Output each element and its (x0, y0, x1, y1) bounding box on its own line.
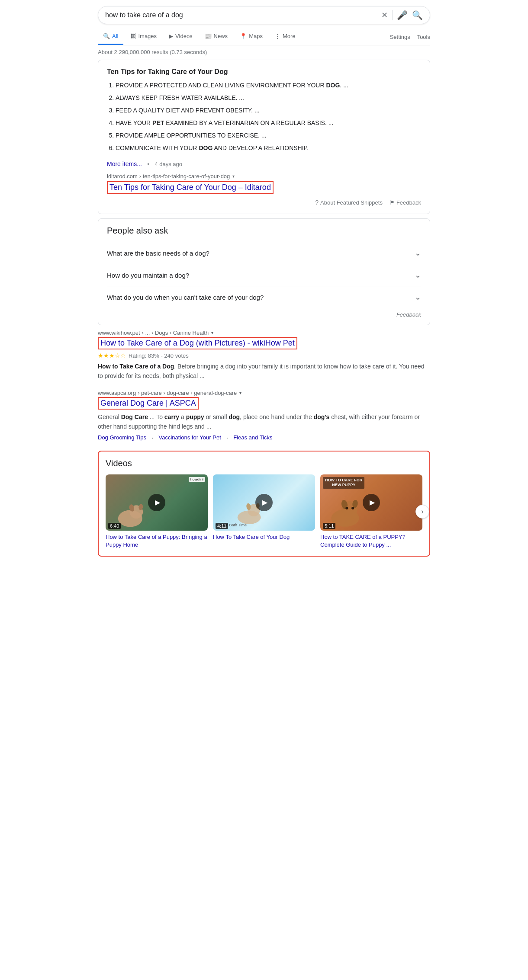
chevron-down-icon-2: ⌄ (415, 270, 421, 280)
play-icon-3: ▶ (370, 498, 375, 506)
aspca-title: General Dog Care | ASPCA (98, 397, 430, 410)
video-thumb-1: howdini ▶ 6:40 (106, 474, 208, 531)
vid3-duration: 5:11 (323, 523, 335, 529)
snippet-list: PROVIDE A PROTECTED AND CLEAN LIVING ENV… (107, 81, 421, 153)
featured-snippet: Ten Tips for Taking Care of Your Dog PRO… (98, 60, 430, 214)
tab-images[interactable]: 🖼 Images (125, 29, 162, 45)
tab-maps[interactable]: 📍 Maps (235, 29, 268, 45)
snippet-more-row: More items... • 4 days ago (107, 156, 421, 168)
wikihow-path: › ... › Dogs › Canine Health (142, 330, 209, 336)
vid2-duration: 4:11 (216, 523, 228, 529)
snippet-feedback-link[interactable]: ⚑ Feedback (390, 199, 421, 206)
snippet-source-path: › ten-tips-for-taking-care-of-your-dog (139, 173, 230, 179)
vid1-duration: 6:40 (108, 523, 121, 529)
clear-button[interactable]: ✕ (381, 10, 388, 20)
paa-question-1: What are the basic needs of a dog? (107, 250, 209, 257)
snippet-source-domain: iditarod.com (107, 173, 138, 179)
paa-feedback[interactable]: Feedback (107, 308, 421, 318)
images-icon: 🖼 (130, 33, 136, 39)
video-card-1[interactable]: howdini ▶ 6:40 How to Take Care of a Pup… (106, 474, 208, 549)
snippet-feedback-row: ? About Featured Snippets ⚑ Feedback (107, 199, 421, 206)
snippet-link-anchor[interactable]: Ten Tips for Taking Care of Your Dog – I… (107, 181, 274, 194)
tab-more[interactable]: ⋮ More (270, 29, 301, 45)
snippet-item-6: COMMUNICATE WITH YOUR DOG AND DEVELOP A … (116, 144, 421, 153)
vid2-title[interactable]: How To Take Care of Your Dog (213, 533, 315, 541)
snippet-item-2: ALWAYS KEEP FRESH WATER AVAILABLE. ... (116, 93, 421, 102)
link-separator-1: · (151, 434, 153, 442)
chevron-down-icon-3: ⌄ (415, 292, 421, 302)
people-also-ask-box: People also ask What are the basic needs… (98, 218, 430, 325)
play-icon-2: ▶ (262, 498, 267, 506)
aspca-link-vaccinations[interactable]: Vaccinations for Your Pet (158, 434, 221, 442)
result-wikihow: www.wikihow.pet › ... › Dogs › Canine He… (98, 330, 430, 381)
tab-all[interactable]: 🔍 All (98, 29, 123, 45)
paa-question-3: What do you do when you can't take care … (107, 294, 264, 301)
snippet-item-3: FEED A QUALITY DIET AND PREVENT OBESITY.… (116, 106, 421, 115)
snippet-item-5: PROVIDE AMPLE OPPORTUNITIES TO EXERCISE.… (116, 131, 421, 140)
news-icon: 📰 (205, 33, 212, 39)
videos-icon: ▶ (169, 33, 173, 39)
snippet-date-text: 4 days ago (155, 161, 182, 167)
svg-point-13 (351, 506, 354, 509)
videos-next-button[interactable]: › (415, 505, 429, 519)
about-snippets-link[interactable]: ? About Featured Snippets (315, 199, 383, 206)
wikihow-description: How to Take Care of a Dog. Before bringi… (98, 362, 430, 381)
vid2-play-btn[interactable]: ▶ (255, 494, 273, 511)
rating-stars: ★★★☆☆ (98, 352, 126, 359)
mic-button[interactable]: 🎤 (397, 10, 408, 20)
aspca-domain: www.aspca.org (98, 390, 136, 396)
vid3-title[interactable]: How to TAKE CARE of a PUPPY? Complete Gu… (320, 533, 422, 549)
vid1-title[interactable]: How to Take Care of a Puppy: Bringing a … (106, 533, 208, 549)
video-card-3[interactable]: HOW TO CARE FORNEW PUPPY ▶ 5:11 How to T… (320, 474, 422, 549)
search-button[interactable]: 🔍 (412, 10, 423, 20)
videos-grid: howdini ▶ 6:40 How to Take Care of a Pup… (106, 474, 422, 549)
aspca-sitelinks: Dog Grooming Tips · Vaccinations for You… (98, 434, 430, 442)
search-input[interactable]: how to take care of a dog (105, 11, 378, 19)
nav-settings: Settings Tools (390, 34, 430, 40)
maps-icon: 📍 (240, 33, 247, 39)
tab-videos[interactable]: ▶ Videos (164, 29, 198, 45)
aspca-link-fleas[interactable]: Fleas and Ticks (233, 434, 272, 442)
play-icon-1: ▶ (155, 498, 160, 506)
svg-point-12 (345, 506, 348, 509)
wikihow-title: How to Take Care of a Dog (with Pictures… (98, 337, 430, 349)
result-aspca-source: www.aspca.org › pet-care › dog-care › ge… (98, 390, 430, 396)
tools-link[interactable]: Tools (417, 34, 430, 40)
aspca-link-grooming[interactable]: Dog Grooming Tips (98, 434, 146, 442)
wikihow-link[interactable]: How to Take Care of a Dog (with Pictures… (98, 337, 297, 349)
wikihow-domain: www.wikihow.pet (98, 330, 140, 336)
paa-item-2[interactable]: How do you maintain a dog? ⌄ (107, 264, 421, 286)
snippet-title-link: Ten Tips for Taking Care of Your Dog – I… (107, 181, 421, 194)
rating-text: Rating: 83% - 240 votes (129, 352, 189, 359)
aspca-description: General Dog Care ... To carry a puppy or… (98, 412, 430, 432)
clear-icon: ✕ (381, 10, 388, 20)
aspca-dropdown-icon[interactable]: ▾ (239, 391, 241, 395)
snippet-source: iditarod.com › ten-tips-for-taking-care-… (107, 173, 421, 179)
snippet-title: Ten Tips for Taking Care of Your Dog (107, 68, 421, 76)
paa-item-3[interactable]: What do you do when you can't take care … (107, 286, 421, 308)
nav-tabs: 🔍 All 🖼 Images ▶ Videos 📰 News 📍 Maps ⋮ … (98, 29, 430, 45)
chevron-down-icon-1: ⌄ (415, 248, 421, 258)
search-go-icon: 🔍 (412, 10, 423, 20)
source-dropdown-icon[interactable]: ▾ (232, 174, 235, 179)
vid1-brand-label: howdini (189, 477, 205, 482)
snippet-more-link[interactable]: More items... (107, 160, 142, 167)
paa-item-1[interactable]: What are the basic needs of a dog? ⌄ (107, 242, 421, 264)
result-wikihow-source: www.wikihow.pet › ... › Dogs › Canine He… (98, 330, 430, 336)
vid1-play-btn[interactable]: ▶ (148, 494, 165, 511)
vid3-play-btn[interactable]: ▶ (363, 494, 380, 511)
snippet-date: • (147, 161, 149, 167)
aspca-link[interactable]: General Dog Care | ASPCA (98, 397, 199, 410)
more-icon: ⋮ (275, 33, 280, 39)
video-card-2[interactable]: cspp.p: Bath Time ▶ 4:11 How To Take Car… (213, 474, 315, 549)
settings-link[interactable]: Settings (390, 34, 410, 40)
flag-icon: ⚑ (390, 199, 395, 206)
paa-question-2: How do you maintain a dog? (107, 272, 189, 279)
link-separator-2: · (226, 434, 228, 442)
tab-news[interactable]: 📰 News (200, 29, 233, 45)
wikihow-dropdown-icon[interactable]: ▾ (211, 330, 213, 335)
aspca-path: › pet-care › dog-care › general-dog-care (138, 390, 237, 396)
mic-icon: 🎤 (397, 10, 408, 20)
videos-section: Videos howdini ▶ 6:40 How to Take Care o… (98, 451, 430, 557)
video-thumb-2: cspp.p: Bath Time ▶ 4:11 (213, 474, 315, 531)
